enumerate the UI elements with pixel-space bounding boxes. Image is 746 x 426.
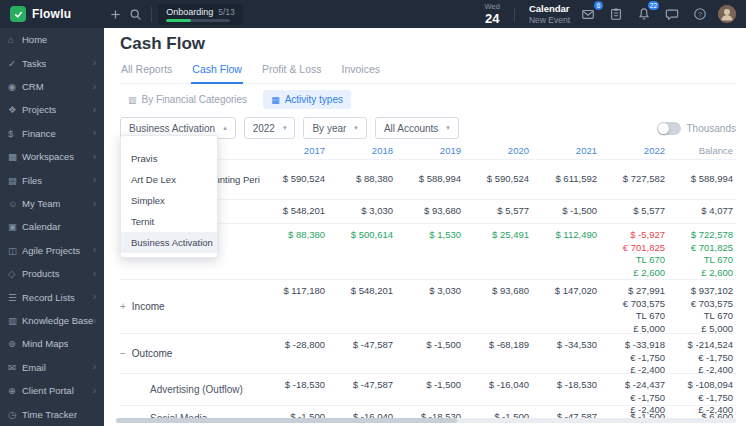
sidebar-item-my-team[interactable]: ☺ My Team ›	[0, 192, 104, 215]
select-value: 2022	[253, 123, 275, 134]
table-cell: $ -1,500	[600, 406, 668, 426]
view-toggle-activity-types[interactable]: ▦ Activity types	[263, 90, 351, 109]
search-icon[interactable]	[125, 4, 145, 24]
sidebar-item-workspaces[interactable]: ▦ Workspaces ›	[0, 145, 104, 168]
chevron-right-icon: ›	[93, 58, 96, 68]
cell-value: TL 670	[600, 310, 665, 323]
sidebar-item-label: Mind Maps	[22, 338, 68, 349]
tab-invoices[interactable]: Invoices	[341, 59, 382, 83]
sidebar-item-crm[interactable]: ◉ CRM ›	[0, 75, 104, 98]
column-header-2017: 2017	[260, 145, 328, 156]
date-number: 24	[485, 12, 499, 25]
dropdown-item-business-activation[interactable]: Business Activation	[121, 232, 217, 253]
table-cell: $ 6,600	[668, 406, 736, 426]
chevron-right-icon: ›	[93, 128, 96, 138]
sidebar-item-finance[interactable]: $ Finance ›	[0, 122, 104, 145]
topbar-date[interactable]: Wed 24	[485, 3, 500, 25]
flowlu-check-icon	[10, 6, 26, 22]
sidebar-item-email[interactable]: ✉ Email ›	[0, 356, 104, 379]
tab-all-reports[interactable]: All Reports	[120, 59, 173, 83]
help-icon[interactable]: ?	[690, 4, 710, 24]
cell-value: $ 27,991	[600, 285, 665, 298]
calendar-new-event[interactable]: Calendar New Event	[529, 4, 570, 24]
workspaces-icon: ▦	[8, 151, 22, 162]
user-avatar[interactable]	[718, 5, 736, 23]
cell-value: $ -1,500	[396, 379, 461, 392]
cell-value: $ 548,201	[328, 285, 393, 298]
view-toggle-by-financial-categories[interactable]: ▥ By Financial Categories	[120, 90, 255, 109]
sidebar-item-label: CRM	[22, 81, 44, 92]
svg-text:?: ?	[698, 11, 702, 18]
cell-value: $ -18,530	[260, 379, 325, 392]
sidebar-item-label: Client Portal	[22, 385, 74, 396]
filter-select-all-accounts[interactable]: All Accounts ▾	[375, 117, 459, 139]
table-cell: $ -214,524€ -1,750£ -2,400	[668, 334, 736, 373]
sidebar-item-label: Finance	[22, 128, 56, 139]
table-cell: $ -16,040	[464, 374, 532, 405]
chevron-right-icon: ›	[93, 292, 96, 302]
mail-icon[interactable]: 6	[578, 4, 598, 24]
row-label-text: Income	[132, 301, 165, 312]
sidebar-item-label: Projects	[22, 104, 56, 115]
onboarding-progress[interactable]: Onboarding 5/13	[158, 4, 243, 25]
time-tracker-icon: ◷	[8, 409, 22, 420]
view-toggle-label: By Financial Categories	[142, 94, 248, 105]
bell-badge: 22	[648, 1, 659, 10]
add-button[interactable]	[105, 4, 125, 24]
sidebar-item-knowledge-base[interactable]: ▥ Knowledge Base ›	[0, 309, 104, 332]
cell-value: $ 3,030	[396, 285, 461, 298]
expander-icon[interactable]: −	[120, 348, 126, 359]
divider	[514, 7, 515, 22]
expander-icon[interactable]: +	[120, 301, 126, 312]
cell-value: $ 611,592	[532, 173, 597, 186]
cell-value: $ -33,918	[600, 339, 665, 352]
filter-select-by-year[interactable]: By year ▾	[303, 117, 366, 139]
sidebar-item-calendar[interactable]: ▣ Calendar	[0, 215, 104, 238]
horizontal-scrollbar[interactable]	[116, 418, 736, 423]
dropdown-item-ternit[interactable]: Ternit	[121, 211, 217, 232]
table-cell: $ 25,491	[464, 224, 532, 279]
sidebar-item-mind-maps[interactable]: ⊛ Mind Maps	[0, 332, 104, 355]
table-cell: $ 611,592	[532, 160, 600, 199]
sidebar-item-tasks[interactable]: ✓ Tasks ›	[0, 51, 104, 74]
sidebar-item-agile-projects[interactable]: ◫ Agile Projects ›	[0, 239, 104, 262]
dropdown-item-art-de-lex[interactable]: Art De Lex	[121, 169, 217, 190]
table-cell: $ -1,500	[396, 334, 464, 373]
sidebar-item-home[interactable]: ⌂ Home	[0, 28, 104, 51]
sidebar-item-projects[interactable]: ❖ Projects ›	[0, 98, 104, 121]
filter-select-2022[interactable]: 2022 ▾	[244, 117, 296, 139]
dropdown-item-simplex[interactable]: Simplex	[121, 190, 217, 211]
flowlu-logo[interactable]: Flowlu	[10, 6, 71, 22]
sidebar-item-record-lists[interactable]: ☰ Record Lists ›	[0, 285, 104, 308]
cell-value: $ 548,201	[260, 205, 325, 218]
clipboard-icon[interactable]	[606, 4, 626, 24]
row-label: Advertising (Outflow)	[120, 374, 260, 405]
cell-value: $ 588,994	[668, 173, 733, 186]
column-header-2022: 2022	[600, 145, 668, 156]
sidebar-item-client-portal[interactable]: ⊕ Client Portal ›	[0, 379, 104, 402]
thousands-switch[interactable]	[657, 122, 681, 135]
dropdown-item-pravis[interactable]: Pravis	[121, 148, 217, 169]
table-cell: $ -108,094€ -1,750£ -2,400	[668, 374, 736, 405]
bell-icon[interactable]: 22	[634, 4, 654, 24]
table-cell: $ 88,380	[328, 160, 396, 199]
table-cell: $ 27,991€ 703,575TL 670£ 5,000	[600, 280, 668, 333]
table-cell: $ 500,614	[328, 224, 396, 279]
my-team-icon: ☺	[8, 198, 22, 209]
sidebar-item-files[interactable]: ▤ Files ›	[0, 168, 104, 191]
chat-icon[interactable]	[662, 4, 682, 24]
agile-projects-icon: ◫	[8, 245, 22, 256]
row-label[interactable]: −Outcome	[120, 334, 260, 373]
onboarding-label: Onboarding	[166, 7, 213, 17]
table-cell: $ 88,380	[260, 224, 328, 279]
table-cell: $ 5,577	[464, 200, 532, 223]
sidebar-item-products[interactable]: ◇ Products ›	[0, 262, 104, 285]
cell-value: $ 590,524	[260, 173, 325, 186]
sidebar-item-time-tracker[interactable]: ◷ Time Tracker	[0, 403, 104, 426]
page-title: Cash Flow	[120, 34, 736, 54]
row-label[interactable]: +Income	[120, 280, 260, 333]
tab-profit-loss[interactable]: Profit & Loss	[261, 59, 323, 83]
cell-value: $ -24,437	[600, 379, 665, 392]
scrollbar-thumb[interactable]	[116, 418, 457, 423]
tab-cash-flow[interactable]: Cash Flow	[191, 59, 243, 84]
